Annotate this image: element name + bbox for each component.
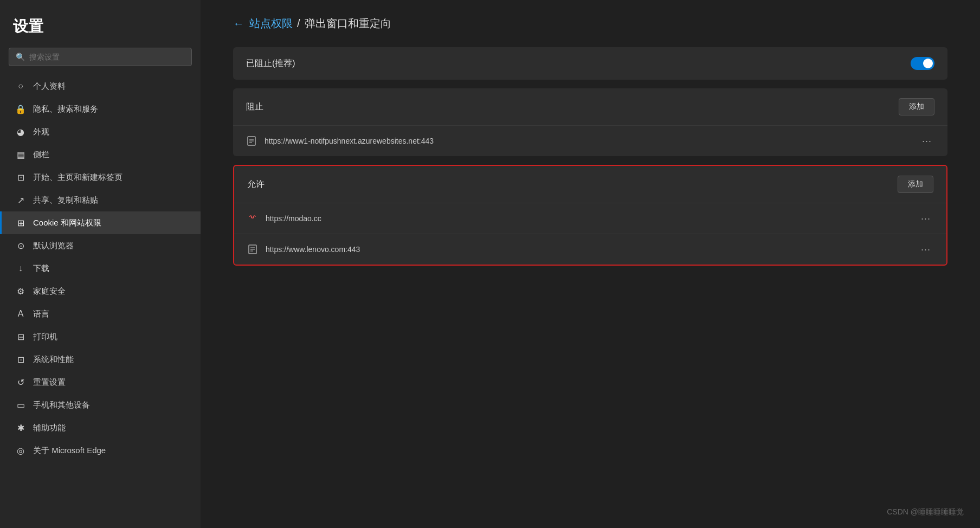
downloads-icon: ↓ bbox=[15, 262, 27, 274]
sidebar-item-label-profile: 个人资料 bbox=[33, 81, 66, 92]
allow-section-title: 允许 bbox=[247, 179, 265, 190]
sidebar-item-label-sidebar: 侧栏 bbox=[33, 150, 49, 160]
profile-icon: ○ bbox=[15, 80, 27, 92]
sidebar-item-reset[interactable]: ↺重置设置 bbox=[0, 371, 201, 394]
block-section: 阻止 添加 https://www1-notifpushnext.azurewe… bbox=[233, 88, 947, 156]
sidebar-item-system[interactable]: ⊡系统和性能 bbox=[0, 348, 201, 371]
appearance-icon: ◕ bbox=[15, 126, 27, 138]
sidebar-item-label-family: 家庭安全 bbox=[33, 286, 66, 297]
mobile-icon: ▭ bbox=[15, 399, 27, 411]
sidebar-item-privacy[interactable]: 🔒隐私、搜索和服务 bbox=[0, 98, 201, 120]
sidebar-item-label-mobile: 手机和其他设备 bbox=[33, 400, 90, 410]
sidebar-item-label-accessibility: 辅助功能 bbox=[33, 423, 66, 433]
sidebar-item-label-default-browser: 默认浏览器 bbox=[33, 241, 74, 251]
sidebar-nav: ○个人资料🔒隐私、搜索和服务◕外观▤侧栏⊡开始、主页和新建标签页↗共享、复制和粘… bbox=[0, 75, 201, 462]
sidebar-item-label-downloads: 下载 bbox=[33, 263, 49, 274]
sidebar-item-label-cookies: Cookie 和网站权限 bbox=[33, 218, 101, 228]
accessibility-icon: ✱ bbox=[15, 422, 27, 434]
sidebar-item-label-system: 系统和性能 bbox=[33, 355, 74, 365]
blocked-section-title: 已阻止(推荐) bbox=[246, 58, 295, 69]
main-content: ← 站点权限 / 弹出窗口和重定向 已阻止(推荐) 阻止 添加 https://… bbox=[201, 0, 980, 528]
language-icon: A bbox=[15, 308, 27, 320]
sidebar-item-printer[interactable]: ⊟打印机 bbox=[0, 325, 201, 348]
share-icon: ↗ bbox=[15, 194, 27, 206]
sidebar-item-downloads[interactable]: ↓下载 bbox=[0, 257, 201, 280]
sidebar-item-appearance[interactable]: ◕外观 bbox=[0, 120, 201, 143]
block-list-item: https://www1-notifpushnext.azurewebsites… bbox=[233, 125, 947, 156]
sidebar-icon: ▤ bbox=[15, 149, 27, 160]
sidebar-item-label-printer: 打印机 bbox=[33, 332, 57, 342]
watermark: CSDN @睡睡睡睡睡觉 bbox=[887, 507, 964, 517]
sidebar-item-default-browser[interactable]: ⊙默认浏览器 bbox=[0, 234, 201, 257]
modao-icon: ꒷ bbox=[247, 213, 258, 224]
sidebar-item-about[interactable]: ◎关于 Microsoft Edge bbox=[0, 439, 201, 462]
page-title: 弹出窗口和重定向 bbox=[305, 16, 391, 31]
sidebar-item-label-about: 关于 Microsoft Edge bbox=[33, 446, 106, 456]
block-add-button[interactable]: 添加 bbox=[899, 98, 934, 115]
blocked-section-header: 已阻止(推荐) bbox=[233, 47, 947, 80]
sidebar-item-label-share: 共享、复制和粘贴 bbox=[33, 195, 98, 205]
reset-icon: ↺ bbox=[15, 376, 27, 388]
block-section-header: 阻止 添加 bbox=[233, 88, 947, 125]
default-browser-icon: ⊙ bbox=[15, 240, 27, 252]
search-input[interactable] bbox=[29, 53, 185, 61]
allow-section: 允许 添加 ꒷ https://modao.cc ··· https://www… bbox=[233, 165, 947, 266]
about-icon: ◎ bbox=[15, 445, 27, 456]
sidebar-item-label-language: 语言 bbox=[33, 309, 49, 319]
cookies-icon: ⊞ bbox=[15, 217, 27, 229]
sidebar-item-label-reset: 重置设置 bbox=[33, 377, 66, 388]
allow-list-item-1: ꒷ https://modao.cc ··· bbox=[234, 203, 946, 234]
printer-icon: ⊟ bbox=[15, 331, 27, 343]
allow-section-header: 允许 添加 bbox=[234, 166, 946, 203]
sidebar-item-label-privacy: 隐私、搜索和服务 bbox=[33, 104, 98, 114]
sidebar-item-start[interactable]: ⊡开始、主页和新建标签页 bbox=[0, 166, 201, 189]
allow-add-button[interactable]: 添加 bbox=[898, 176, 933, 193]
sidebar-item-share[interactable]: ↗共享、复制和粘贴 bbox=[0, 189, 201, 211]
sidebar: 设置 🔍 ○个人资料🔒隐私、搜索和服务◕外观▤侧栏⊡开始、主页和新建标签页↗共享… bbox=[0, 0, 201, 528]
allow-more-button-1[interactable]: ··· bbox=[918, 211, 933, 226]
system-icon: ⊡ bbox=[15, 353, 27, 365]
block-site-icon bbox=[246, 136, 257, 146]
sidebar-item-label-appearance: 外观 bbox=[33, 127, 49, 137]
sidebar-item-language[interactable]: A语言 bbox=[0, 302, 201, 325]
breadcrumb-link[interactable]: 站点权限 bbox=[249, 16, 293, 31]
sidebar-item-mobile[interactable]: ▭手机和其他设备 bbox=[0, 394, 201, 416]
family-icon: ⚙ bbox=[15, 285, 27, 297]
block-site-url-1: https://www1-notifpushnext.azurewebsites… bbox=[265, 137, 919, 145]
privacy-icon: 🔒 bbox=[15, 103, 27, 115]
allow-site-icon-2 bbox=[247, 244, 258, 255]
allow-list-item-2: https://www.lenovo.com:443 ··· bbox=[234, 234, 946, 265]
sidebar-item-family[interactable]: ⚙家庭安全 bbox=[0, 280, 201, 302]
breadcrumb-separator: / bbox=[297, 17, 300, 30]
allow-site-url-2: https://www.lenovo.com:443 bbox=[266, 245, 918, 254]
back-arrow[interactable]: ← bbox=[233, 17, 244, 30]
search-box[interactable]: 🔍 bbox=[9, 48, 192, 66]
block-more-button-1[interactable]: ··· bbox=[919, 133, 934, 149]
sidebar-item-cookies[interactable]: ⊞Cookie 和网站权限 bbox=[0, 211, 201, 234]
allow-more-button-2[interactable]: ··· bbox=[918, 242, 933, 257]
sidebar-item-profile[interactable]: ○个人资料 bbox=[0, 75, 201, 98]
block-section-title: 阻止 bbox=[246, 101, 263, 113]
search-icon: 🔍 bbox=[16, 53, 25, 61]
sidebar-item-label-start: 开始、主页和新建标签页 bbox=[33, 172, 122, 183]
blocked-toggle[interactable] bbox=[911, 57, 934, 70]
sidebar-item-accessibility[interactable]: ✱辅助功能 bbox=[0, 416, 201, 439]
blocked-section: 已阻止(推荐) bbox=[233, 47, 947, 80]
sidebar-title: 设置 bbox=[0, 11, 201, 48]
sidebar-item-sidebar[interactable]: ▤侧栏 bbox=[0, 143, 201, 166]
start-icon: ⊡ bbox=[15, 171, 27, 183]
breadcrumb: ← 站点权限 / 弹出窗口和重定向 bbox=[233, 16, 947, 31]
allow-site-url-1: https://modao.cc bbox=[266, 214, 918, 223]
